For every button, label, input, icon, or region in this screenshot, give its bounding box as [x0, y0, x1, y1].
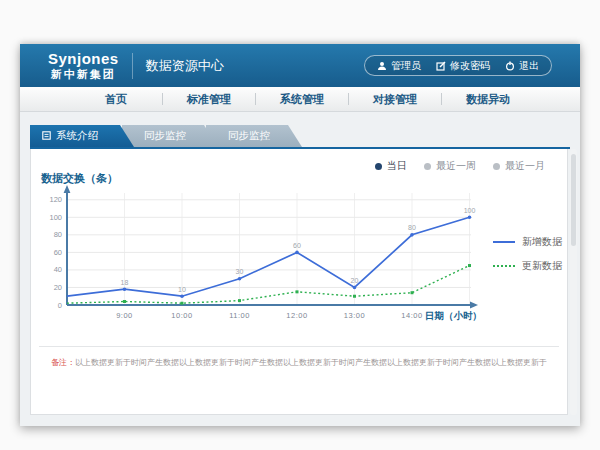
footnote-text: 以上数据更新于时间产生数据以上数据更新于时间产生数据以上数据更新于时间产生数据以…: [75, 358, 547, 367]
logout-button[interactable]: 退出: [505, 59, 539, 73]
nav-item-data-change[interactable]: 数据异动: [442, 92, 534, 107]
legend-item-update-data[interactable]: 更新数据: [493, 259, 562, 273]
tab-label: 同步监控: [228, 129, 270, 143]
svg-text:80: 80: [54, 230, 62, 239]
content-area: 系统介绍 同步监控 同步监控 当日 最近一周: [20, 112, 580, 427]
svg-text:10: 10: [178, 286, 186, 293]
user-menu-button[interactable]: 管理员: [377, 59, 421, 73]
svg-text:60: 60: [293, 242, 301, 249]
svg-text:18: 18: [121, 279, 129, 286]
svg-text:60: 60: [54, 248, 62, 257]
radio-dot-icon: [493, 163, 500, 170]
svg-text:11:00: 11:00: [229, 311, 250, 320]
range-label: 最近一月: [505, 159, 545, 173]
svg-text:12:00: 12:00: [286, 311, 307, 320]
radio-dot-icon: [424, 163, 431, 170]
legend-label: 更新数据: [522, 259, 562, 273]
dotted-line-icon: [493, 265, 515, 267]
nav-item-standard-mgmt[interactable]: 标准管理: [163, 92, 255, 107]
app-window: Synjones 新中新集团 数据资源中心 管理员 修改密码: [20, 44, 580, 426]
svg-text:9:00: 9:00: [116, 311, 133, 320]
legend-item-new-data[interactable]: 新增数据: [493, 235, 562, 249]
svg-text:10:00: 10:00: [171, 311, 192, 320]
footnote: 备注：以上数据更新于时间产生数据以上数据更新于时间产生数据以上数据更新于时间产生…: [39, 346, 559, 368]
legend-label: 新增数据: [522, 235, 562, 249]
nav-item-home[interactable]: 首页: [70, 92, 162, 107]
nav-item-system-mgmt[interactable]: 系统管理: [256, 92, 348, 107]
tab-sync-monitor-1[interactable]: 同步监控: [122, 125, 218, 147]
scrollbar[interactable]: [570, 149, 577, 415]
user-icon: [377, 61, 387, 71]
nav-item-interface-mgmt[interactable]: 对接管理: [349, 92, 441, 107]
svg-text:30: 30: [236, 268, 244, 275]
tab-system-intro[interactable]: 系统介绍: [30, 125, 134, 147]
logout-label: 退出: [519, 59, 539, 73]
brand-name-cn: 新中新集团: [48, 68, 119, 80]
power-icon: [505, 61, 515, 71]
app-header: Synjones 新中新集团 数据资源中心 管理员 修改密码: [20, 44, 580, 87]
svg-text:100: 100: [464, 207, 476, 214]
range-option-last-week[interactable]: 最近一周: [424, 159, 476, 173]
radio-dot-icon: [375, 163, 382, 170]
tab-label: 同步监控: [144, 129, 186, 143]
range-label: 当日: [387, 159, 407, 173]
svg-text:120: 120: [49, 195, 62, 204]
svg-text:日期（小时）: 日期（小时）: [425, 310, 482, 322]
brand-name: Synjones: [48, 51, 119, 68]
change-password-button[interactable]: 修改密码: [436, 59, 490, 73]
svg-text:20: 20: [54, 283, 62, 292]
tab-bar: 系统介绍 同步监控 同步监控: [30, 125, 570, 149]
page-title: 数据资源中心: [146, 57, 224, 75]
svg-text:14:00: 14:00: [401, 311, 422, 320]
svg-text:80: 80: [408, 224, 416, 231]
document-icon: [42, 130, 51, 142]
range-option-last-month[interactable]: 最近一月: [493, 159, 545, 173]
chart-legend: 新增数据 更新数据: [493, 235, 562, 283]
footnote-label: 备注：: [51, 358, 75, 367]
tab-label: 系统介绍: [56, 129, 98, 143]
svg-text:0: 0: [58, 301, 62, 310]
range-label: 最近一周: [436, 159, 476, 173]
solid-line-icon: [493, 241, 515, 243]
main-nav: 首页 标准管理 系统管理 对接管理 数据异动: [20, 87, 580, 112]
scrollbar-thumb[interactable]: [571, 154, 576, 246]
svg-text:100: 100: [49, 213, 62, 222]
tab-sync-monitor-2[interactable]: 同步监控: [206, 125, 302, 147]
time-range-filter: 当日 最近一周 最近一月: [375, 159, 545, 173]
svg-text:20: 20: [351, 277, 359, 284]
user-toolbar: 管理员 修改密码 退出: [364, 55, 552, 76]
user-menu-label: 管理员: [391, 59, 421, 73]
range-option-today[interactable]: 当日: [375, 159, 407, 173]
header-divider: [132, 53, 133, 79]
svg-text:13:00: 13:00: [344, 311, 365, 320]
change-password-label: 修改密码: [450, 59, 490, 73]
line-chart: 0204060801001209:0010:0011:0012:0013:001…: [41, 183, 511, 333]
edit-icon: [436, 61, 446, 71]
chart-card: 当日 最近一周 最近一月 数据交换（条） 0204060801001209:00…: [30, 149, 568, 415]
svg-text:40: 40: [54, 265, 62, 274]
brand-logo: Synjones 新中新集团: [48, 51, 119, 80]
